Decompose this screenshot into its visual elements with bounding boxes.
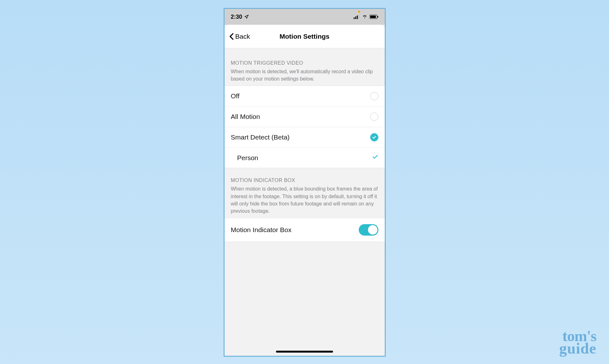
home-indicator[interactable] [276, 351, 333, 353]
status-time: 2:30 [231, 14, 242, 20]
section-header-indicator-box: MOTION INDICATOR BOX When motion is dete… [225, 168, 385, 218]
radio-unchecked-icon [370, 92, 378, 100]
option-off[interactable]: Off [225, 86, 385, 107]
privacy-indicator-dot [358, 11, 360, 13]
motion-options-list: Off All Motion Smart Detect (Beta) Perso… [225, 86, 385, 168]
radio-checked-icon [370, 133, 378, 141]
toggle-motion-indicator-box[interactable]: Motion Indicator Box [225, 218, 385, 242]
watermark-logo: tom's guide [559, 330, 596, 354]
svg-rect-1 [354, 17, 355, 19]
section-title: MOTION INDICATOR BOX [231, 178, 378, 183]
svg-rect-4 [358, 15, 359, 19]
back-label: Back [235, 33, 250, 40]
toggle-knob [368, 225, 377, 235]
status-right [354, 15, 378, 19]
option-label: Smart Detect (Beta) [231, 133, 290, 141]
radio-unchecked-icon [370, 113, 378, 121]
section-header-motion-triggered: MOTION TRIGGERED VIDEO When motion is de… [225, 48, 385, 86]
wifi-icon [362, 15, 368, 19]
location-icon [244, 15, 249, 19]
content: MOTION TRIGGERED VIDEO When motion is de… [225, 48, 385, 242]
option-label: All Motion [231, 113, 260, 120]
svg-marker-0 [245, 15, 248, 18]
section-title: MOTION TRIGGERED VIDEO [231, 60, 378, 66]
indicator-box-list: Motion Indicator Box [225, 218, 385, 242]
watermark-line2: guide [559, 342, 596, 354]
checkmark-icon [372, 154, 378, 162]
back-button[interactable]: Back [229, 33, 250, 40]
option-label: Person [237, 154, 259, 162]
toggle-label: Motion Indicator Box [231, 226, 291, 234]
toggle-switch-on[interactable] [359, 224, 378, 236]
sub-option-person[interactable]: Person [225, 148, 385, 168]
svg-rect-6 [377, 16, 378, 18]
section-desc: When motion is detected, we'll automatic… [231, 68, 378, 82]
nav-bar: Back Motion Settings [225, 25, 385, 48]
status-bar: 2:30 [225, 9, 385, 25]
svg-rect-3 [357, 16, 358, 19]
section-desc: When motion is detected, a blue bounding… [231, 185, 378, 215]
phone-frame: 2:30 Back Motion Settings MOTION TRIGGER… [224, 8, 386, 357]
svg-rect-7 [370, 16, 376, 18]
option-all-motion[interactable]: All Motion [225, 107, 385, 127]
chevron-left-icon [229, 33, 234, 40]
battery-icon [370, 15, 378, 19]
option-label: Off [231, 92, 240, 100]
svg-rect-2 [355, 16, 356, 19]
page-title: Motion Settings [279, 33, 329, 40]
option-smart-detect[interactable]: Smart Detect (Beta) [225, 127, 385, 148]
cellular-icon [354, 15, 360, 19]
status-left: 2:30 [231, 14, 249, 20]
